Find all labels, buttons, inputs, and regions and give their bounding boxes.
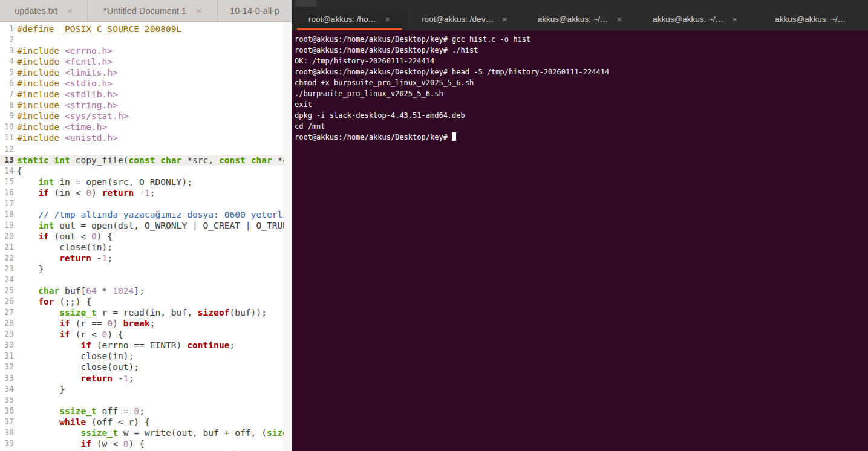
terminal-tabs: root@akkus: /ho…×root@akkus: /dev…×akkus…	[292, 8, 868, 30]
code-token: #include	[17, 45, 65, 56]
line-content: ssize_t w = write(out, buf + off, (size_…	[15, 427, 292, 438]
terminal-tab-label: akkus@akkus: ~/…	[538, 15, 609, 24]
tab-close-icon[interactable]: ×	[385, 15, 390, 24]
terminal-tab-1[interactable]: root@akkus: /ho…×	[292, 8, 407, 30]
code-token: (in <	[49, 187, 86, 198]
terminal-text: ./burpsuite_pro_linux_v2025_5_6.sh	[295, 89, 443, 98]
terminal-line: dpkg -i slack-desktop-4.43.51-amd64.deb	[295, 110, 868, 121]
code-token: ;	[107, 253, 113, 263]
line-number: 20	[0, 231, 15, 242]
code-token: ;	[150, 187, 155, 198]
editor-tab-3[interactable]: 10-14-0-all-p	[218, 0, 292, 21]
code-token	[17, 209, 38, 219]
code-line: 2	[0, 34, 292, 45]
code-token: -	[91, 253, 102, 263]
code-line: 17	[0, 198, 292, 209]
code-line: 26 for (;;) {	[0, 296, 292, 307]
code-token: ssize_t	[80, 427, 118, 438]
code-token	[17, 329, 59, 339]
code-token: }	[17, 264, 44, 274]
line-content: if (out < 0) {	[15, 231, 292, 242]
line-number: 9	[0, 111, 15, 122]
terminal-text: dpkg -i slack-desktop-4.43.51-amd64.deb	[295, 111, 465, 120]
code-token: (r ==	[70, 318, 108, 328]
terminal-tab-4[interactable]: akkus@akkus: ~/…×	[638, 8, 753, 30]
line-content: {	[15, 166, 292, 177]
code-token: while	[59, 417, 86, 427]
code-line: 8#include <string.h>	[0, 100, 292, 111]
code-token: static	[17, 155, 49, 165]
code-token: 0	[134, 406, 139, 416]
code-token	[49, 155, 54, 165]
code-token: (out <	[49, 231, 91, 241]
terminal-text: exit	[295, 100, 312, 109]
line-number: 11	[0, 132, 15, 143]
terminal-tab-5[interactable]: akkus@akkus: ~/…	[752, 8, 868, 30]
code-line: 25 char buf[64 * 1024];	[0, 285, 292, 296]
tab-close-icon[interactable]: ×	[67, 6, 73, 15]
code-line: 34 }	[0, 384, 292, 395]
line-content	[15, 274, 292, 285]
code-token	[17, 373, 80, 383]
code-line: 31 close(in);	[0, 351, 292, 362]
code-token: ;	[150, 318, 155, 328]
code-line: 30 if (errno == EINTR) continue;	[0, 340, 292, 351]
line-number: 17	[0, 198, 15, 209]
code-token: #include	[17, 100, 65, 110]
tab-close-icon[interactable]: ×	[617, 15, 622, 24]
line-number: 22	[0, 253, 15, 264]
code-token: close(out);	[17, 362, 139, 372]
editor-scrollbar[interactable]	[284, 22, 292, 451]
line-content: #include <errno.h>	[15, 45, 292, 56]
editor-code-area[interactable]: 1#define _POSIX_C_SOURCE 200809L23#inclu…	[0, 22, 292, 451]
line-number: 7	[0, 89, 15, 100]
line-number: 35	[0, 395, 15, 406]
code-token: ;	[129, 373, 134, 383]
tab-close-icon[interactable]: ×	[502, 15, 507, 24]
editor-tab-1[interactable]: updates.txt×	[0, 0, 88, 21]
editor-tab-2[interactable]: *Untitled Document 1×	[88, 0, 218, 21]
code-token: const	[219, 155, 246, 165]
line-number: 13	[0, 155, 15, 166]
code-line: 1#define _POSIX_C_SOURCE 200809L	[0, 24, 292, 34]
terminal-tab-label: akkus@akkus: ~/…	[775, 15, 846, 24]
line-number: 36	[0, 406, 15, 417]
line-number: 1	[0, 24, 15, 34]
terminal-screen[interactable]: root@akkus:/home/akkus/Desktop/key# gcc …	[292, 30, 868, 451]
line-number: 6	[0, 78, 15, 89]
line-number: 24	[0, 274, 15, 285]
code-line: 27 ssize_t r = read(in, buf, sizeof(buf)…	[0, 307, 292, 318]
code-token: ];	[134, 285, 145, 296]
code-token: 0	[107, 318, 113, 328]
terminal-tab-2[interactable]: root@akkus: /dev…×	[407, 8, 523, 30]
line-number: 39	[0, 438, 15, 449]
tab-close-icon[interactable]: ×	[732, 15, 737, 24]
code-token	[17, 427, 80, 438]
code-token	[17, 253, 59, 263]
code-line: 14{	[0, 166, 292, 177]
terminal-text: root@akkus:/home/akkus/Desktop/key# gcc …	[295, 35, 530, 44]
titlebar-button-remnant	[295, 0, 317, 7]
line-content: return -1;	[15, 373, 292, 384]
code-line: 36 ssize_t off = 0;	[0, 406, 292, 417]
code-line: 13static int copy_file(const char *src, …	[0, 155, 292, 166]
terminal-tab-bar: root@akkus: /ho…×root@akkus: /dev…×akkus…	[292, 0, 868, 30]
terminal-tab-3[interactable]: akkus@akkus: ~/…×	[522, 8, 638, 30]
terminal-line: root@akkus:/home/akkus/Desktop/key# ./hi…	[295, 45, 868, 56]
tab-close-icon[interactable]: ×	[196, 6, 201, 15]
code-token	[17, 177, 38, 187]
code-token: return	[80, 373, 113, 383]
code-token: (errno == EINTR)	[91, 340, 187, 350]
code-token: continue	[187, 340, 229, 350]
code-token: if	[59, 329, 70, 339]
code-token	[17, 318, 59, 328]
code-token: <limits.h>	[65, 67, 118, 77]
code-token: char	[38, 285, 59, 296]
line-content: for (;;) {	[15, 296, 292, 307]
line-number: 32	[0, 362, 15, 372]
line-content: if (w < 0) {	[15, 438, 292, 449]
line-content: char buf[64 * 1024];	[15, 285, 292, 296]
line-content: static int copy_file(const char *src, co…	[15, 155, 292, 166]
code-token	[17, 307, 59, 317]
code-token: close(in);	[17, 242, 113, 252]
